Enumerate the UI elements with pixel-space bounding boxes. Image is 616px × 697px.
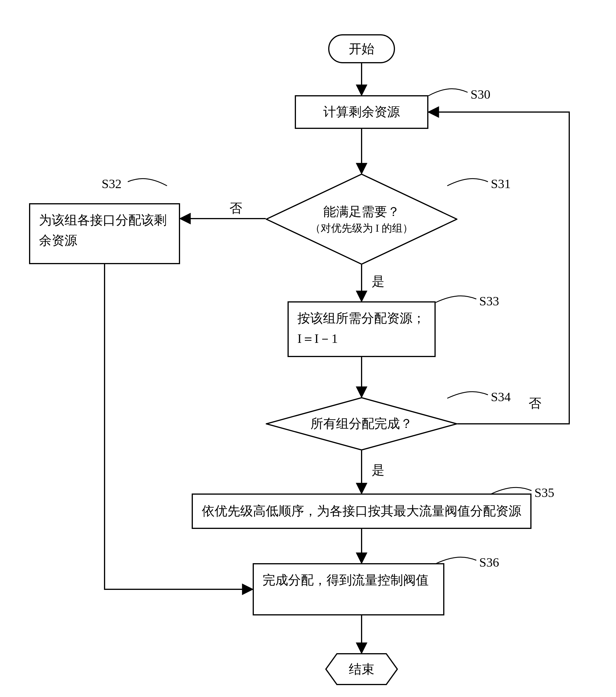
decision-s34: 所有组分配完成？ <box>266 397 457 450</box>
terminator-start: 开始 <box>328 34 395 63</box>
label-s34-yes: 是 <box>372 462 384 479</box>
step-id-s33: S33 <box>479 294 499 309</box>
s30-text: 计算剩余资源 <box>323 102 400 122</box>
s36-text: 完成分配，得到流量控制阀值 <box>263 573 429 587</box>
decision-s31: 能满足需要？ （对优先级为 I 的组） <box>266 174 457 265</box>
s32-text: 为该组各接口分配该剩余资源 <box>39 213 167 248</box>
terminator-end: 结束 <box>325 653 398 685</box>
step-id-s32: S32 <box>102 177 121 191</box>
s35-text: 依优先级高低顺序，为各接口按其最大流量阀值分配资源 <box>202 501 521 521</box>
process-s35: 依优先级高低顺序，为各接口按其最大流量阀值分配资源 <box>192 493 531 529</box>
step-id-s31: S31 <box>491 177 511 191</box>
step-id-s36: S36 <box>479 555 499 570</box>
process-s36: 完成分配，得到流量控制阀值 <box>253 563 444 616</box>
flowchart-canvas: 开始 计算剩余资源 S30 能满足需要？ （对优先级为 I 的组） S31 否 … <box>0 0 616 697</box>
s31-sub: （对优先级为 I 的组） <box>310 221 413 235</box>
s34-text: 所有组分配完成？ <box>310 415 413 433</box>
process-s32: 为该组各接口分配该剩余资源 <box>29 203 180 264</box>
step-id-s35: S35 <box>534 485 554 500</box>
step-id-s30: S30 <box>470 87 490 102</box>
label-s31-yes: 是 <box>372 273 384 290</box>
terminator-end-label: 结束 <box>349 661 375 678</box>
process-s30: 计算剩余资源 <box>295 95 428 129</box>
s33-line2: I＝I－1 <box>297 329 426 349</box>
label-s34-no: 否 <box>529 395 541 412</box>
terminator-start-label: 开始 <box>349 40 375 58</box>
process-s33: 按该组所需分配资源； I＝I－1 <box>288 301 436 357</box>
label-s31-no: 否 <box>230 200 242 217</box>
s31-main: 能满足需要？ <box>323 203 400 221</box>
step-id-s34: S34 <box>491 389 511 404</box>
s33-line1: 按该组所需分配资源； <box>297 308 426 329</box>
